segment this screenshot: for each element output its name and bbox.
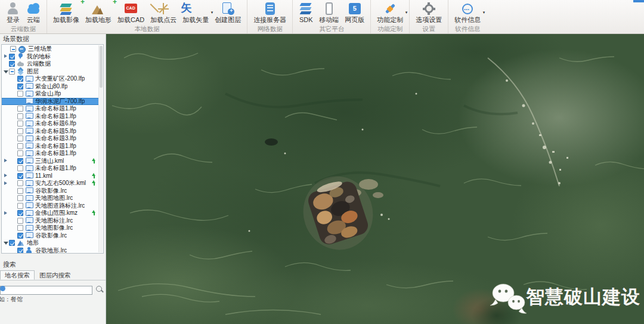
- checkbox[interactable]: [17, 113, 23, 119]
- toolbar-button[interactable]: 功能定制 ▾: [374, 1, 406, 24]
- tree-row[interactable]: 未命名标题1.lfp: [2, 105, 98, 113]
- tree-row[interactable]: 未命名标题1.lfp: [2, 150, 98, 158]
- expander-icon[interactable]: [3, 240, 9, 246]
- checkbox[interactable]: [17, 195, 23, 201]
- expander-icon[interactable]: [3, 46, 9, 52]
- checkbox[interactable]: [17, 188, 23, 194]
- expander-icon[interactable]: [3, 158, 9, 164]
- checkbox[interactable]: [17, 203, 23, 209]
- checkbox[interactable]: [17, 180, 23, 186]
- tree-row[interactable]: 紫金山80.lfp: [2, 83, 98, 91]
- checkbox[interactable]: [17, 218, 23, 224]
- tree-row[interactable]: 大变重矿区-200.lfp: [2, 75, 98, 83]
- tree-row[interactable]: 地形: [2, 239, 98, 247]
- checkbox[interactable]: [17, 165, 23, 171]
- toolbar-button[interactable]: 选项设置 ▾: [413, 1, 445, 24]
- tree-row[interactable]: 三清山.kml: [2, 158, 98, 165]
- checkbox[interactable]: [17, 91, 23, 97]
- toolbar-button[interactable]: 加载点云 ▾: [147, 1, 179, 24]
- toolbar-button[interactable]: 加载CAD ▾: [114, 1, 147, 24]
- checkbox[interactable]: [17, 173, 23, 179]
- search-icon[interactable]: [95, 285, 104, 294]
- expander-icon[interactable]: [3, 69, 9, 75]
- toolbar-button[interactable]: SDK ▾: [296, 1, 316, 24]
- expander-icon[interactable]: [3, 135, 9, 141]
- checkbox[interactable]: [9, 61, 15, 67]
- expander-icon[interactable]: [3, 188, 9, 194]
- toolbar-button[interactable]: 加载矢量 ▾: [179, 1, 212, 24]
- expander-icon[interactable]: [3, 61, 9, 67]
- expander-icon[interactable]: [3, 173, 9, 179]
- checkbox[interactable]: [9, 69, 15, 75]
- expander-icon[interactable]: [3, 84, 9, 90]
- toolbar-button[interactable]: 连接服务器 ▾: [250, 1, 289, 24]
- tree-row[interactable]: 三维场景: [2, 45, 98, 53]
- toolbar-button[interactable]: 移动端 ▾: [316, 1, 342, 24]
- checkbox[interactable]: [17, 158, 23, 164]
- checkbox[interactable]: [17, 76, 23, 82]
- checkbox[interactable]: [17, 106, 23, 112]
- tree-row[interactable]: 谷歌地形.lrc: [2, 247, 98, 254]
- toolbar-button[interactable]: 加载影像 ▾: [50, 1, 82, 24]
- expander-icon[interactable]: [3, 150, 9, 156]
- checkbox[interactable]: [17, 84, 23, 90]
- checkbox[interactable]: [9, 54, 15, 60]
- checkbox[interactable]: [17, 233, 23, 239]
- tree-row[interactable]: 天地图标注.lrc: [2, 217, 98, 225]
- expander-icon[interactable]: [3, 225, 9, 231]
- expander-icon[interactable]: [3, 54, 9, 60]
- expander-icon[interactable]: [3, 218, 9, 224]
- tree-row[interactable]: 未命名标题3.lfp: [2, 135, 98, 143]
- toolbar-button[interactable]: 创建图层 ▾: [212, 1, 244, 24]
- checkbox[interactable]: [9, 240, 15, 246]
- search-tab[interactable]: 图层内搜索: [35, 270, 76, 280]
- expander-icon[interactable]: [3, 233, 9, 239]
- checkbox[interactable]: [17, 210, 23, 216]
- expander-icon[interactable]: [3, 180, 9, 186]
- expander-icon[interactable]: [3, 128, 9, 134]
- tree-row[interactable]: 未命名标题1.lfp: [2, 113, 98, 121]
- tree-row[interactable]: 华润水泥厂-700.lfp: [2, 98, 98, 106]
- tree-scrollbar[interactable]: [98, 45, 103, 252]
- expander-icon[interactable]: [3, 121, 9, 126]
- tree-row[interactable]: 未命名标题5.lfp: [2, 128, 98, 135]
- expander-icon[interactable]: [3, 165, 9, 171]
- tree-row[interactable]: 11.kml: [2, 172, 98, 180]
- expander-icon[interactable]: [3, 210, 9, 216]
- checkbox[interactable]: [17, 248, 23, 254]
- tree-row[interactable]: 图层: [2, 68, 98, 76]
- checkbox[interactable]: [17, 128, 23, 134]
- tree-row[interactable]: 金佛山范围.kmz: [2, 209, 98, 217]
- expander-icon[interactable]: [3, 106, 9, 112]
- expander-icon[interactable]: [3, 143, 9, 149]
- tree-row[interactable]: 天地图影像.lrc: [2, 224, 98, 232]
- tree-row[interactable]: 紫金山.lfp: [2, 90, 98, 98]
- tree-row[interactable]: 云端数据: [2, 60, 98, 68]
- expander-icon[interactable]: [3, 91, 9, 97]
- tree-row[interactable]: 未命名标题6.lfp: [2, 120, 98, 128]
- checkbox[interactable]: [10, 46, 16, 52]
- checkbox[interactable]: [17, 225, 23, 231]
- tree-row[interactable]: 天地图道路标注.lrc: [2, 202, 98, 210]
- search-input[interactable]: [0, 286, 92, 295]
- expander-icon[interactable]: [3, 248, 9, 254]
- toolbar-button[interactable]: 软件信息 ▾: [451, 1, 484, 24]
- expander-icon[interactable]: [3, 203, 9, 209]
- toolbar-button[interactable]: 网页版 ▾: [342, 1, 367, 24]
- tree-row[interactable]: 未命名标题1.lfp: [2, 165, 98, 172]
- expander-icon[interactable]: [3, 76, 9, 82]
- toolbar-button[interactable]: 登录 ▾: [3, 1, 23, 24]
- expander-icon[interactable]: [3, 113, 9, 119]
- map-view[interactable]: 智慧破山建设: [106, 34, 644, 324]
- tree-row[interactable]: 未命名标题1.lfp: [2, 143, 98, 150]
- checkbox[interactable]: [17, 150, 23, 156]
- checkbox[interactable]: [17, 135, 23, 141]
- tree-row[interactable]: 安九左右500米.kml: [2, 180, 98, 187]
- toolbar-button[interactable]: 云端 ▾: [23, 1, 44, 24]
- checkbox[interactable]: [17, 143, 23, 149]
- toolbar-button[interactable]: 加载地形 ▾: [82, 1, 114, 24]
- tree-row[interactable]: 谷歌影像.lrc: [2, 232, 98, 240]
- checkbox[interactable]: [17, 121, 23, 126]
- tree-row[interactable]: 谷歌影像.lrc: [2, 187, 98, 195]
- scrollbar-thumb[interactable]: [100, 46, 103, 88]
